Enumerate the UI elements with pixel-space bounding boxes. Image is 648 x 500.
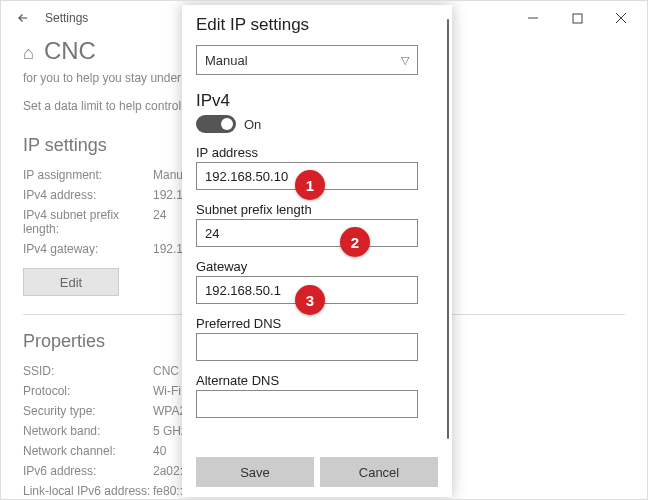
save-button[interactable]: Save [196, 457, 314, 487]
maximize-button[interactable] [555, 3, 599, 33]
page-title: CNC [44, 37, 96, 65]
prop-band-label: Network band: [23, 424, 153, 438]
minimize-button[interactable] [511, 3, 555, 33]
cancel-button[interactable]: Cancel [320, 457, 438, 487]
chevron-down-icon: ▽ [401, 54, 409, 67]
subnet-value: 24 [205, 226, 219, 241]
ip-address-label: IP address [196, 145, 438, 160]
edit-button-label: Edit [60, 275, 82, 290]
ip-method-select[interactable]: Manual ▽ [196, 45, 418, 75]
subnet-input[interactable]: 24 [196, 219, 418, 247]
ip-address-value: 192.168.50.10 [205, 169, 288, 184]
ipv4-toggle-label: On [244, 117, 261, 132]
annotation-badge-3: 3 [295, 285, 325, 315]
dialog-scrollbar[interactable] [447, 19, 449, 439]
annotation-badge-1: 1 [295, 170, 325, 200]
prop-protocol-label: Protocol: [23, 384, 153, 398]
ip-assignment-label: IP assignment: [23, 168, 153, 182]
ipv4-toggle[interactable] [196, 115, 236, 133]
gateway-value: 192.168.50.1 [205, 283, 281, 298]
alternate-dns-label: Alternate DNS [196, 373, 438, 388]
back-button[interactable] [5, 1, 41, 35]
ipv4-heading: IPv4 [196, 91, 438, 111]
prop-ssid-label: SSID: [23, 364, 153, 378]
cancel-button-label: Cancel [359, 465, 399, 480]
home-icon: ⌂ [23, 43, 34, 64]
edit-button[interactable]: Edit [23, 268, 119, 296]
preferred-dns-label: Preferred DNS [196, 316, 438, 331]
annotation-badge-2: 2 [340, 227, 370, 257]
alternate-dns-input[interactable] [196, 390, 418, 418]
prop-ipv6-label: IPv6 address: [23, 464, 153, 478]
dialog-title: Edit IP settings [196, 15, 438, 35]
gateway-label: Gateway [196, 259, 438, 274]
edit-ip-dialog: Edit IP settings Manual ▽ IPv4 On IP add… [182, 5, 452, 497]
preferred-dns-input[interactable] [196, 333, 418, 361]
prop-linklocal6-label: Link-local IPv6 address: [23, 484, 153, 498]
svg-rect-1 [573, 14, 582, 23]
ipv4-address-label: IPv4 address: [23, 188, 153, 202]
save-button-label: Save [240, 465, 270, 480]
prop-channel-label: Network channel: [23, 444, 153, 458]
ipv4-gateway-label: IPv4 gateway: [23, 242, 153, 256]
prop-security-label: Security type: [23, 404, 153, 418]
subnet-label: Subnet prefix length [196, 202, 438, 217]
ip-method-value: Manual [205, 53, 248, 68]
close-button[interactable] [599, 3, 643, 33]
ipv4-subnet-label: IPv4 subnet prefix length: [23, 208, 153, 236]
